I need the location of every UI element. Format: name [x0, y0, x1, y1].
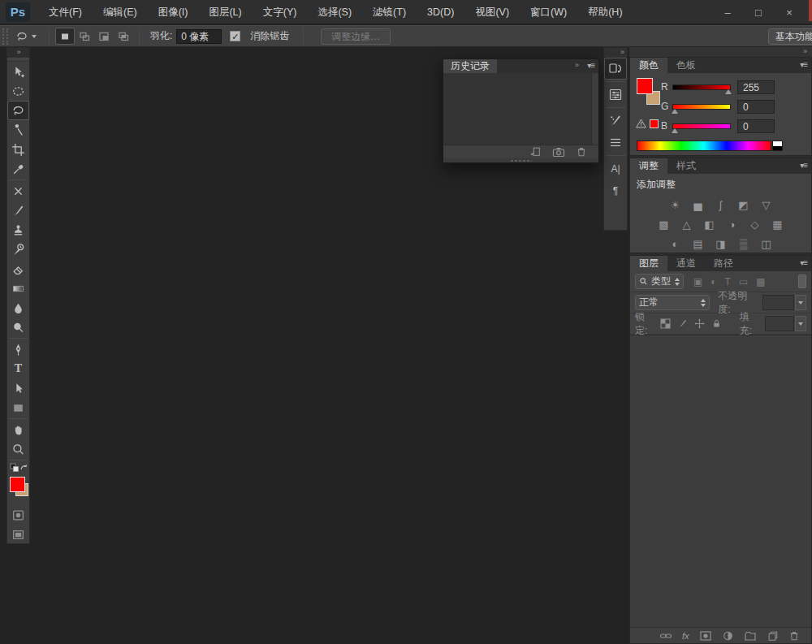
levels-icon[interactable]: ▅ — [691, 199, 705, 211]
crop-tool[interactable] — [7, 140, 29, 159]
delete-state-trash-icon[interactable] — [576, 146, 587, 158]
gamut-color-swatch[interactable] — [650, 119, 659, 128]
eraser-tool[interactable] — [7, 259, 29, 279]
lasso-tool[interactable] — [7, 101, 29, 120]
new-adjustment-layer-icon[interactable] — [722, 630, 734, 642]
blur-tool[interactable] — [7, 298, 29, 318]
selection-mode-new-button[interactable] — [55, 28, 75, 45]
selection-mode-subtract-button[interactable] — [94, 28, 114, 45]
quick-selection-tool[interactable] — [7, 120, 29, 140]
zoom-tool[interactable] — [7, 439, 29, 459]
refine-edge-button[interactable]: 调整边缘… — [321, 28, 391, 45]
layer-filter-toggle[interactable] — [798, 274, 806, 288]
brush-tool[interactable] — [7, 201, 29, 220]
dock-properties-button[interactable] — [604, 84, 627, 106]
dock-character-button[interactable]: A| — [604, 158, 627, 179]
blend-mode-select[interactable]: 正常 — [635, 295, 710, 310]
layer-style-fx-icon[interactable]: fx — [682, 631, 689, 641]
vibrance-icon[interactable]: ▽ — [759, 199, 773, 211]
marquee-tool[interactable] — [7, 81, 29, 101]
channel-b-slider[interactable] — [672, 123, 731, 129]
quick-mask-button[interactable] — [7, 505, 29, 525]
color-lookup-icon[interactable]: ▦ — [771, 218, 784, 231]
history-scrollbar[interactable] — [591, 73, 598, 145]
tab-color[interactable]: 颜色 — [630, 58, 667, 73]
channel-g-value[interactable]: 0 — [737, 100, 775, 114]
fill-value[interactable] — [765, 316, 795, 331]
tab-styles[interactable]: 样式 — [667, 158, 705, 174]
foreground-color-swatch[interactable] — [637, 78, 653, 94]
menu-image[interactable]: 图像(I) — [148, 0, 199, 24]
menu-layer[interactable]: 图层(L) — [198, 0, 252, 24]
invert-icon[interactable]: ◐ — [668, 238, 682, 250]
clone-stamp-tool[interactable] — [7, 220, 29, 240]
adjustments-panel-menu-icon[interactable]: ▾≡ — [800, 161, 807, 170]
channel-r-slider-handle[interactable] — [725, 89, 732, 94]
hue-saturation-icon[interactable]: ▩ — [657, 218, 671, 231]
opacity-value[interactable] — [762, 295, 793, 310]
brightness-contrast-icon[interactable]: ☀ — [668, 199, 682, 211]
layer-filter-type-select[interactable]: 类型 — [635, 274, 684, 289]
lock-all-icon[interactable] — [711, 318, 722, 329]
menu-filter[interactable]: 滤镜(T) — [362, 0, 417, 24]
ramp-endcaps[interactable] — [772, 140, 783, 151]
menu-type[interactable]: 文字(Y) — [253, 0, 308, 24]
eyedropper-tool[interactable] — [7, 159, 29, 179]
channel-b-value[interactable]: 0 — [737, 119, 775, 133]
foreground-color-swatch[interactable] — [10, 477, 25, 492]
gradient-map-icon[interactable]: ▒ — [736, 238, 750, 250]
tab-paths[interactable]: 路径 — [705, 256, 742, 271]
menu-window[interactable]: 窗口(W) — [520, 0, 577, 24]
channel-g-slider-handle[interactable] — [672, 109, 678, 114]
new-snapshot-camera-icon[interactable] — [552, 146, 565, 158]
history-collapse-chevron-icon[interactable]: » — [575, 61, 579, 69]
channel-r-slider[interactable] — [672, 84, 731, 90]
new-layer-icon[interactable] — [767, 630, 779, 642]
minimize-button[interactable]: – — [721, 6, 734, 19]
options-bar-grip[interactable] — [2, 28, 8, 45]
add-layer-mask-icon[interactable] — [699, 630, 712, 642]
new-document-from-state-icon[interactable] — [529, 146, 542, 158]
filter-type-layers-icon[interactable]: T — [725, 276, 731, 287]
menu-select[interactable]: 选择(S) — [307, 0, 362, 24]
path-selection-tool[interactable] — [7, 378, 29, 398]
tab-channels[interactable]: 通道 — [667, 256, 705, 271]
opacity-dropdown-arrow-icon[interactable] — [795, 295, 806, 310]
dock-brush-button[interactable] — [604, 110, 627, 132]
posterize-icon[interactable]: ▤ — [691, 238, 705, 250]
history-states-list[interactable] — [443, 73, 598, 145]
feather-input[interactable]: 0 像素 — [176, 29, 222, 44]
panels-collapse-chevron-icon[interactable]: » — [629, 47, 812, 57]
tab-swatches[interactable]: 色板 — [667, 58, 705, 73]
layers-panel-menu-icon[interactable]: ▾≡ — [800, 258, 807, 267]
color-spectrum-ramp[interactable] — [637, 140, 771, 151]
black-cap[interactable] — [773, 146, 782, 150]
black-white-icon[interactable]: ◧ — [702, 218, 716, 231]
channel-b-slider-handle[interactable] — [672, 128, 678, 133]
antialias-checkbox[interactable]: ✓ — [230, 31, 240, 41]
maximize-button[interactable]: □ — [752, 6, 765, 19]
lock-transparency-icon[interactable] — [660, 318, 671, 329]
tools-collapse-chevron-icon[interactable]: » — [7, 48, 29, 58]
selection-mode-intersect-button[interactable] — [114, 28, 133, 45]
gradient-tool[interactable] — [7, 279, 29, 298]
filter-adjustment-layers-icon[interactable]: ◐ — [710, 276, 716, 287]
dock-collapse-chevron-icon[interactable]: » — [604, 48, 627, 58]
history-resize-handle[interactable] — [443, 158, 598, 162]
workspace-switcher-button[interactable]: 基本功能 — [768, 28, 812, 45]
channel-mixer-icon[interactable]: ◇ — [748, 218, 762, 231]
threshold-icon[interactable]: ◨ — [714, 238, 728, 250]
dock-brush-presets-button[interactable] — [604, 132, 627, 153]
filter-shape-layers-icon[interactable]: ▭ — [739, 276, 748, 287]
tab-history[interactable]: 历史记录 — [443, 59, 497, 73]
dock-paragraph-button[interactable]: ¶ — [604, 179, 627, 201]
new-group-folder-icon[interactable] — [744, 630, 757, 642]
color-balance-icon[interactable]: △ — [680, 218, 693, 231]
screen-mode-button[interactable] — [7, 525, 29, 544]
selective-color-icon[interactable]: ◫ — [759, 238, 773, 250]
menu-edit[interactable]: 编辑(E) — [93, 0, 148, 24]
lock-position-icon[interactable] — [694, 318, 705, 329]
lock-pixels-brush-icon[interactable] — [677, 318, 688, 329]
move-tool[interactable] — [7, 62, 29, 81]
type-tool[interactable]: T — [7, 359, 29, 378]
